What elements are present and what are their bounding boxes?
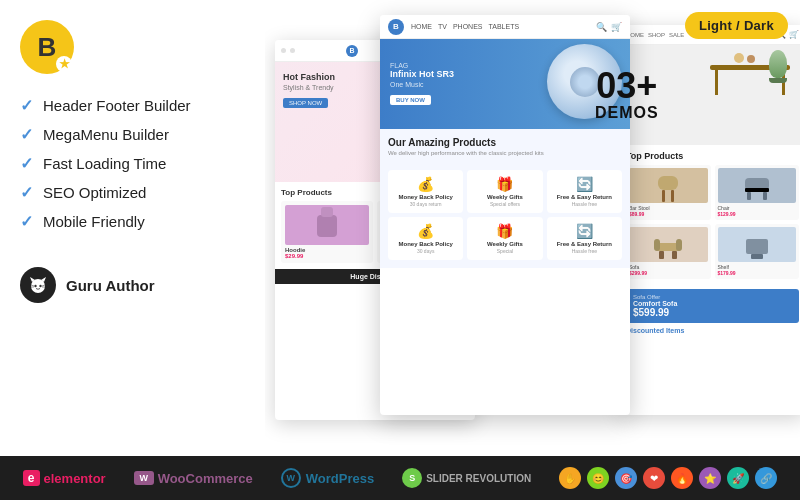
svg-rect-16 <box>321 207 333 217</box>
furniture-nav-links: HOMESHOPSALE <box>626 32 684 38</box>
slider-revolution-icon: S <box>402 468 422 488</box>
woocommerce-label: WooCommerce <box>158 471 253 486</box>
furniture-discount-items: Discounted Items <box>626 327 799 334</box>
bottom-bar: e elementor W WooCommerce W WordPress S … <box>0 456 800 500</box>
feature-item-5: ✓ Mobile Friendly <box>20 212 250 231</box>
svg-rect-31 <box>746 239 768 254</box>
check-icon-1: ✓ <box>20 96 33 115</box>
sc-feature-2: 🎁 Weekly Gifts Special offers <box>467 170 542 213</box>
sc-feat-title-2: Weekly Gifts <box>471 194 538 201</box>
svg-rect-27 <box>654 239 660 251</box>
screen-electronics-nav: B HOMETVPHONESTABLETS 🔍 🛒 <box>380 15 630 39</box>
sc-feat-title-4: Money Back Policy <box>392 241 459 248</box>
circle-8[interactable]: 🔗 <box>755 467 777 489</box>
left-panel: B ★ ✓ Header Footer Builder ✓ MegaMenu B… <box>0 0 270 460</box>
check-icon-4: ✓ <box>20 183 33 202</box>
feature-label-5: Mobile Friendly <box>43 213 145 230</box>
slider-revolution-label: SLIDER REVOLUTION <box>426 473 531 484</box>
guru-icon <box>20 267 56 303</box>
svg-rect-15 <box>317 215 337 237</box>
furniture-offer-label: Comfort Sofa <box>633 300 792 307</box>
woocommerce-logo: W WooCommerce <box>134 471 253 486</box>
svg-point-4 <box>39 285 41 287</box>
sc-feat-title-6: Free & Easy Return <box>551 241 618 248</box>
main-wrapper: Light / Dark B ★ ✓ Header Footer Builder… <box>0 0 800 500</box>
feature-label-4: SEO Optimized <box>43 184 146 201</box>
furniture-product-4: Shelf $179.99 <box>715 224 800 279</box>
light-dark-badge[interactable]: Light / Dark <box>685 12 788 39</box>
electronics-products-sub: We deliver high performance with the cla… <box>388 150 544 156</box>
guru-author-label: Guru Author <box>66 277 155 294</box>
electronics-hero-text: FLAG Infinix Hot SR3 One Music BUY NOW <box>380 52 464 116</box>
svg-rect-32 <box>751 254 763 259</box>
elementor-logo: e elementor <box>23 470 106 486</box>
furniture-prod-price-3: $299.99 <box>629 270 708 276</box>
sc-feat-title-1: Money Back Policy <box>392 194 459 201</box>
furniture-top-products: Top Products Bar Stool $89.99 <box>620 145 800 289</box>
svg-rect-21 <box>671 190 674 202</box>
sc-feat-desc-5: Special <box>471 248 538 254</box>
sc-feat-desc-6: Hassle free <box>551 248 618 254</box>
feature-label-2: MegaMenu Builder <box>43 126 169 143</box>
feature-label-1: Header Footer Builder <box>43 97 191 114</box>
wordpress-label: WordPress <box>306 471 374 486</box>
furniture-product-row: Bar Stool $89.99 Chair <box>626 165 799 220</box>
wordpress-icon: W <box>281 468 301 488</box>
feature-item-4: ✓ SEO Optimized <box>20 183 250 202</box>
svg-rect-23 <box>745 188 769 192</box>
wordpress-logo: W WordPress <box>281 468 374 488</box>
circle-3[interactable]: 🎯 <box>615 467 637 489</box>
feature-list: ✓ Header Footer Builder ✓ MegaMenu Build… <box>20 96 250 241</box>
svg-rect-25 <box>763 192 767 200</box>
furniture-product-1: Bar Stool $89.99 <box>626 165 711 220</box>
electronics-products-title: Our Amazing Products <box>388 137 544 148</box>
feature-item-1: ✓ Header Footer Builder <box>20 96 250 115</box>
sc-feat-title-3: Free & Easy Return <box>551 194 618 201</box>
circle-2[interactable]: 😊 <box>587 467 609 489</box>
sc-feat-desc-4: 30 days <box>392 248 459 254</box>
electronics-hero-title: Infinix Hot SR3 <box>390 69 454 81</box>
product-card-1: Hoodie $29.99 <box>281 201 373 263</box>
circle-7[interactable]: 🚀 <box>727 467 749 489</box>
electronics-hero-btn: BUY NOW <box>390 95 431 105</box>
screen-electronics-hero: FLAG Infinix Hot SR3 One Music BUY NOW <box>380 39 630 129</box>
electronics-hero-sub: One Music <box>390 81 454 88</box>
svg-rect-30 <box>672 251 677 259</box>
check-icon-3: ✓ <box>20 154 33 173</box>
sc-feature-3: 🔄 Free & Easy Return Hassle free <box>547 170 622 213</box>
furniture-prod-price-1: $89.99 <box>629 211 708 217</box>
circle-1[interactable]: ✋ <box>559 467 581 489</box>
return-icon-2: 🔄 <box>551 223 618 239</box>
logo-area: B ★ <box>20 20 250 74</box>
electronics-nav-links: HOMETVPHONESTABLETS <box>411 23 519 30</box>
demo-badge: 03+ DEMOS <box>595 68 659 122</box>
svg-rect-20 <box>662 190 665 202</box>
furniture-prod-price-4: $179.99 <box>718 270 797 276</box>
sc-feature-4: 💰 Money Back Policy 30 days <box>388 217 463 260</box>
fashion-hero-subtitle: Stylish & Trendy <box>283 84 335 91</box>
electronics-logo: B <box>388 19 404 35</box>
preview-area: 03+ DEMOS B HOMESHOPBLOG Hot Fashion Sty… <box>265 0 800 460</box>
circle-4[interactable]: ❤ <box>643 467 665 489</box>
svg-rect-29 <box>659 251 664 259</box>
sc-feat-desc-3: Hassle free <box>551 201 618 207</box>
check-icon-2: ✓ <box>20 125 33 144</box>
furniture-product-3: Sofa $299.99 <box>626 224 711 279</box>
feature-item-3: ✓ Fast Loading Time <box>20 154 250 173</box>
check-icon-5: ✓ <box>20 212 33 231</box>
electronics-features: 💰 Money Back Policy 30 days return 🎁 Wee… <box>388 170 622 213</box>
svg-rect-19 <box>658 176 678 190</box>
fashion-hero-title: Hot Fashion <box>283 72 335 84</box>
guru-author: Guru Author <box>20 267 250 303</box>
furniture-offer-banner: Sofa Offer Comfort Sofa $599.99 <box>626 289 799 323</box>
furniture-offer-price: $599.99 <box>633 307 792 318</box>
circle-6[interactable]: ⭐ <box>699 467 721 489</box>
money-back-icon: 💰 <box>392 176 459 192</box>
color-circles: ✋ 😊 🎯 ❤ 🔥 ⭐ 🚀 🔗 <box>559 467 777 489</box>
circle-5[interactable]: 🔥 <box>671 467 693 489</box>
logo-star: ★ <box>56 56 72 72</box>
sc-feat-desc-2: Special offers <box>471 201 538 207</box>
furniture-prod-price-2: $129.99 <box>718 211 797 217</box>
sc-feat-desc-1: 30 days return <box>392 201 459 207</box>
elementor-icon: e <box>23 470 40 486</box>
